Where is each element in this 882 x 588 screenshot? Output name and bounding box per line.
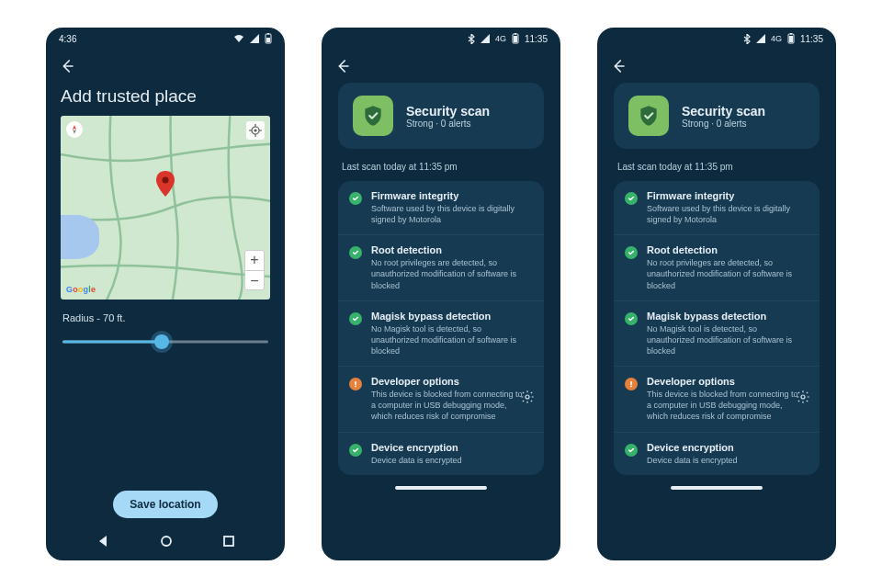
google-logo: Google <box>66 285 96 294</box>
svg-point-4 <box>254 130 256 131</box>
page-title: Add trusted place <box>46 83 285 116</box>
status-icons: 4G 11:35 <box>468 33 548 44</box>
back-arrow-icon <box>610 58 627 74</box>
save-location-button[interactable]: Save location <box>113 491 217 518</box>
zoom-out-button[interactable]: − <box>244 270 265 290</box>
check-ok-icon <box>349 444 362 457</box>
status-bar: 4G 11:35 <box>322 28 560 50</box>
check-description: No root privileges are detected, so unau… <box>371 257 527 290</box>
check-description: No root privileges are detected, so unau… <box>647 257 803 290</box>
check-description: Software used by this device is digitall… <box>371 203 527 225</box>
check-description: No Magisk tool is detected, so unauthori… <box>647 323 803 356</box>
zoom-controls: + − <box>244 250 265 290</box>
svg-point-5 <box>163 177 169 184</box>
phone-security-scan-2: 4G 11:35 Security scan Strong · 0 alerts… <box>597 28 836 560</box>
status-icons <box>233 33 272 44</box>
svg-rect-12 <box>355 386 356 388</box>
svg-point-19 <box>801 395 805 399</box>
security-checks-list-c: Firmware integritySoftware used by this … <box>614 181 820 475</box>
check-description: Device data is encrypted <box>647 455 738 466</box>
status-time: 11:35 <box>800 34 823 44</box>
security-check-row[interactable]: Firmware integritySoftware used by this … <box>338 181 544 234</box>
svg-rect-7 <box>224 537 233 546</box>
status-time: 4:36 <box>59 34 76 44</box>
security-scan-summary-card[interactable]: Security scan Strong · 0 alerts <box>614 83 820 149</box>
back-button[interactable] <box>334 58 351 74</box>
nav-recent-icon[interactable] <box>223 536 234 547</box>
status-bar: 4:36 <box>46 28 285 50</box>
check-settings-button[interactable] <box>520 390 535 408</box>
bluetooth-icon <box>468 34 475 44</box>
radius-label: Radius - 70 ft. <box>62 312 268 323</box>
my-location-button[interactable] <box>246 121 265 140</box>
check-description: No Magisk tool is detected, so unauthori… <box>371 323 527 356</box>
security-check-row[interactable]: Root detectionNo root privileges are det… <box>614 234 820 300</box>
scan-card-title: Security scan <box>682 104 765 119</box>
back-arrow-icon <box>334 58 351 74</box>
battery-icon <box>512 33 519 44</box>
check-title: Root detection <box>371 244 527 255</box>
status-icons: 4G 11:35 <box>743 33 823 44</box>
compass-button[interactable] <box>66 121 83 138</box>
wifi-icon <box>233 34 244 43</box>
security-check-row[interactable]: Magisk bypass detectionNo Magisk tool is… <box>614 300 820 366</box>
signal-icon <box>481 34 490 43</box>
phone-trusted-place: 4:36 Add trusted place <box>46 28 285 560</box>
top-bar <box>597 50 836 83</box>
svg-rect-2 <box>267 33 269 35</box>
status-bar: 4G 11:35 <box>597 28 836 50</box>
security-check-row[interactable]: Firmware integritySoftware used by this … <box>614 181 820 234</box>
shield-check-icon <box>361 104 385 128</box>
nav-home-icon[interactable] <box>160 535 173 548</box>
shield-check-icon <box>637 104 661 128</box>
network-4g: 4G <box>495 34 506 43</box>
security-check-row[interactable]: Root detectionNo root privileges are det… <box>338 234 544 300</box>
security-check-row[interactable]: Device encryptionDevice data is encrypte… <box>338 432 544 475</box>
check-warn-icon <box>349 378 362 390</box>
check-ok-icon <box>625 444 638 457</box>
security-check-row[interactable]: Device encryptionDevice data is encrypte… <box>614 432 820 475</box>
svg-rect-15 <box>789 36 793 42</box>
security-check-row[interactable]: Developer optionsThis device is blocked … <box>338 366 544 431</box>
check-title: Magisk bypass detection <box>371 311 527 322</box>
map-pin-icon[interactable] <box>156 171 175 200</box>
radius-slider[interactable] <box>62 329 268 355</box>
check-ok-icon <box>625 246 638 259</box>
check-title: Developer options <box>647 376 803 387</box>
scan-card-subtitle: Strong · 0 alerts <box>406 119 490 129</box>
zoom-in-button[interactable]: + <box>244 250 265 270</box>
signal-icon <box>250 34 259 43</box>
check-description: This device is blocked from connecting t… <box>371 389 527 422</box>
check-description: Device data is encrypted <box>371 455 462 466</box>
check-settings-button[interactable] <box>796 390 810 408</box>
back-button[interactable] <box>610 58 627 74</box>
last-scan-text: Last scan today at 11:35 pm <box>614 158 820 172</box>
compass-icon <box>70 125 79 134</box>
back-button[interactable] <box>59 58 75 74</box>
top-bar <box>46 50 285 83</box>
security-checks-list-b: Firmware integritySoftware used by this … <box>338 181 544 475</box>
map-view[interactable]: + − Google <box>61 116 270 300</box>
slider-fill <box>62 341 162 344</box>
svg-point-13 <box>526 395 529 399</box>
bluetooth-icon <box>743 34 751 44</box>
gesture-home-bar[interactable] <box>395 486 487 490</box>
check-ok-icon <box>625 312 638 325</box>
nav-back-icon[interactable] <box>96 535 109 548</box>
svg-rect-1 <box>266 38 270 42</box>
back-arrow-icon <box>59 58 75 74</box>
android-navbar <box>46 527 285 555</box>
slider-thumb[interactable] <box>154 334 169 349</box>
svg-rect-18 <box>630 386 632 388</box>
status-time: 11:35 <box>525 34 548 44</box>
security-check-row[interactable]: Developer optionsThis device is blocked … <box>614 366 820 431</box>
security-scan-summary-card[interactable]: Security scan Strong · 0 alerts <box>338 83 544 149</box>
svg-rect-9 <box>514 36 517 42</box>
last-scan-text: Last scan today at 11:35 pm <box>338 158 544 172</box>
svg-rect-10 <box>514 33 516 35</box>
signal-icon <box>756 34 765 43</box>
check-title: Developer options <box>371 376 527 387</box>
check-ok-icon <box>349 192 362 205</box>
security-check-row[interactable]: Magisk bypass detectionNo Magisk tool is… <box>338 300 544 366</box>
gesture-home-bar[interactable] <box>671 486 763 490</box>
